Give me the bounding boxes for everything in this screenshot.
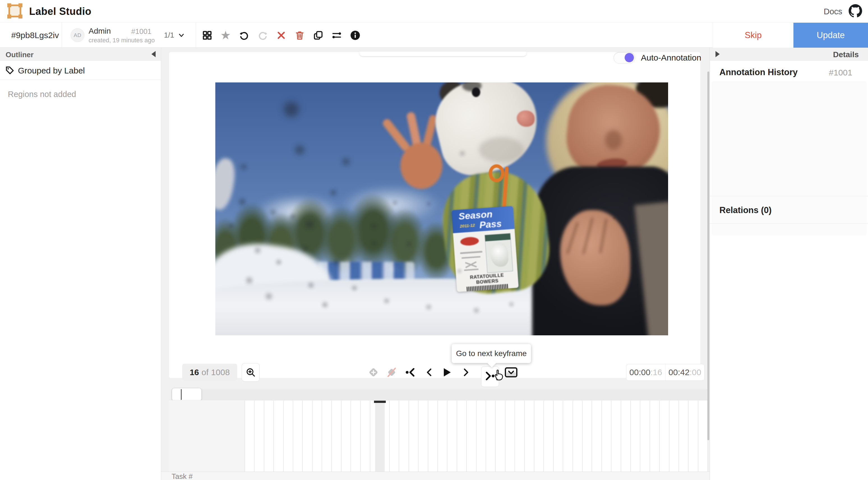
outliner-sidebar: Outliner Grouped by Label Regions not ad… xyxy=(0,48,161,480)
video-panel: Season Pass 2011-12 RATATOUI xyxy=(169,52,700,378)
tag-icon xyxy=(5,66,14,75)
redo-icon xyxy=(257,30,268,41)
grouping-label: Grouped by Label xyxy=(18,66,85,76)
reset-button[interactable] xyxy=(275,29,287,41)
keyframe-prev-icon xyxy=(405,367,416,378)
main-content: Season Pass 2011-12 RATATOUI xyxy=(161,48,710,480)
details-header: Details xyxy=(710,48,868,61)
add-keyframe-button[interactable] xyxy=(366,364,381,381)
timeline-collapse-button[interactable] xyxy=(503,364,519,381)
auto-annotation-label: Auto-Annotation xyxy=(641,53,701,62)
sliders-icon xyxy=(331,30,342,41)
prev-keyframe-button[interactable] xyxy=(402,364,418,381)
chevron-right-icon xyxy=(461,367,471,378)
copy-icon xyxy=(313,30,323,41)
delete-annotation-button[interactable] xyxy=(293,29,306,41)
docs-link[interactable]: Docs xyxy=(824,7,842,16)
trash-icon xyxy=(294,30,305,41)
toggle-knob xyxy=(625,53,634,62)
timeline-left-gutter xyxy=(169,401,245,472)
undo-icon xyxy=(239,30,250,41)
play-icon xyxy=(440,366,453,379)
video-possum-chin xyxy=(479,137,524,162)
prev-frame-button[interactable] xyxy=(422,364,437,381)
ground-truth-button[interactable]: ★ xyxy=(219,29,232,41)
frame-current: 16 xyxy=(189,367,199,377)
timeline-seekbar[interactable] xyxy=(172,389,708,400)
task-number-label: Task # xyxy=(172,472,193,480)
cross-icon xyxy=(276,30,286,41)
current-frame-column xyxy=(375,401,385,472)
info-button[interactable] xyxy=(349,29,362,41)
vertical-scrollbar[interactable] xyxy=(707,71,709,440)
auto-annotation-toggle[interactable] xyxy=(614,52,635,64)
next-frame-button[interactable] xyxy=(458,364,474,381)
current-frame-marker[interactable] xyxy=(374,401,386,403)
relations-section[interactable]: Relations (0) xyxy=(710,196,868,224)
tooltip-text: Go to next keyframe xyxy=(456,349,527,358)
star-icon: ★ xyxy=(220,29,231,41)
annotation-toolbar-icons: ★ xyxy=(201,23,362,48)
annotation-history-id: #1001 xyxy=(829,68,852,78)
play-button[interactable] xyxy=(439,364,455,381)
app-header: Label Studio Docs xyxy=(0,0,868,23)
annotation-history-title: Annotation History xyxy=(719,67,798,78)
grid-icon xyxy=(202,30,213,41)
collapse-panel-icon xyxy=(504,366,518,378)
chevron-left-icon xyxy=(424,367,434,378)
time-display: 00:00:16 00:42:00 xyxy=(626,364,705,381)
frame-total: 1008 xyxy=(211,367,230,377)
badge-logo xyxy=(460,237,479,246)
relations-title: Relations (0) xyxy=(719,205,772,215)
timeline-playhead[interactable] xyxy=(181,389,182,400)
collapse-right-icon[interactable] xyxy=(715,51,720,57)
zoom-in-button[interactable] xyxy=(242,363,259,382)
update-button[interactable]: Update xyxy=(794,23,868,48)
info-icon xyxy=(350,30,361,41)
time-duration: 00:42:00 xyxy=(665,364,705,381)
timeline-viewport-handle[interactable] xyxy=(172,388,202,401)
pagination-label: 1/1 xyxy=(164,31,174,39)
video-frame[interactable]: Season Pass 2011-12 RATATOUI xyxy=(215,83,668,335)
outliner-title: Outliner xyxy=(6,51,34,59)
badge-photo xyxy=(485,233,513,273)
badge-year: 2011-12 xyxy=(460,222,475,229)
collapse-left-icon[interactable] xyxy=(151,51,156,57)
grouping-selector[interactable]: Grouped by Label xyxy=(0,61,161,80)
annotation-pagination[interactable]: 1/1 xyxy=(164,23,192,48)
video-person-nose-shadow xyxy=(605,130,622,150)
frame-counter-input[interactable]: 16 of 1008 xyxy=(182,364,237,381)
zoom-in-icon xyxy=(246,367,256,378)
frames-timeline[interactable] xyxy=(169,400,708,472)
details-panel: Details Annotation History #1001 Relatio… xyxy=(710,48,868,480)
frame-separator: of xyxy=(202,367,209,377)
github-icon[interactable] xyxy=(848,4,862,18)
badge-title-line2: Pass xyxy=(479,218,502,231)
outliner-header: Outliner xyxy=(0,48,161,61)
grid-view-button[interactable] xyxy=(201,29,213,41)
floating-toolbar-edge xyxy=(360,52,527,56)
regions-empty-message: Regions not added xyxy=(8,90,76,99)
remove-keyframe-button[interactable] xyxy=(384,364,400,381)
chevron-down-icon xyxy=(178,32,185,39)
video-cord-loop xyxy=(489,164,504,182)
timeline-ticks xyxy=(245,401,708,472)
annotation-created: created, 19 minutes ago xyxy=(89,37,155,44)
duplicate-annotation-button[interactable] xyxy=(312,29,324,41)
badge-header: Season Pass 2011-12 xyxy=(452,206,515,233)
mouse-cursor xyxy=(492,368,505,381)
divider xyxy=(62,23,62,48)
keyframe-remove-icon xyxy=(385,366,398,379)
details-title: Details xyxy=(833,50,859,59)
task-footer xyxy=(161,472,710,480)
label-studio-logo-icon[interactable] xyxy=(8,4,21,18)
undo-button[interactable] xyxy=(238,29,250,41)
app-title: Label Studio xyxy=(29,6,91,18)
skip-button[interactable]: Skip xyxy=(713,23,794,48)
redo-button[interactable] xyxy=(256,29,269,41)
task-toolbar: #9pb8Lgs2iv AD Admin #1001 created, 19 m… xyxy=(0,23,868,48)
tooltip: Go to next keyframe xyxy=(452,344,531,363)
settings-button[interactable] xyxy=(330,29,343,41)
video-lens-dirt xyxy=(215,83,216,83)
avatar: AD xyxy=(71,28,84,42)
